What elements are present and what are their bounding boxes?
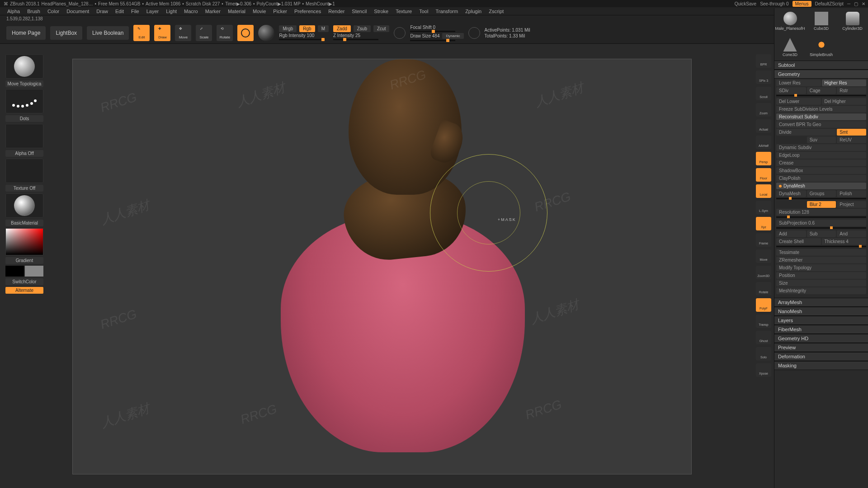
liveboolean-button[interactable]: Live Boolean <box>87 26 129 40</box>
z-intensity-label[interactable]: Z Intensity 25 <box>333 33 389 38</box>
rt-actual[interactable]: Actual <box>756 119 771 133</box>
dynamic-button[interactable]: Dynamic <box>442 33 463 39</box>
menu-alpha[interactable]: Alpha <box>7 9 20 14</box>
rt-polyf[interactable]: PolyF <box>756 298 771 312</box>
nanomesh-header[interactable]: NanoMesh <box>774 307 868 316</box>
gradient-label[interactable]: Gradient <box>5 257 43 264</box>
z-intensity-slider[interactable] <box>333 39 378 40</box>
m-button[interactable]: M <box>318 25 329 32</box>
rstr-button[interactable]: Rstr <box>837 87 866 94</box>
arraymesh-header[interactable]: ArrayMesh <box>774 298 868 307</box>
sdiv-slider[interactable]: SDiv <box>776 87 806 94</box>
tessimate-row[interactable]: Tessimate <box>776 249 866 256</box>
stroke-swatch[interactable] <box>5 89 43 113</box>
claypolish-row[interactable]: ClayPolish <box>776 175 866 182</box>
cage-button[interactable]: Cage <box>807 87 836 94</box>
sdiv-bar[interactable] <box>776 95 866 96</box>
rt-scroll[interactable]: Scroll <box>756 87 771 100</box>
brush-label[interactable]: Move Topologica <box>5 80 43 87</box>
edit-button[interactable]: ✎Edit <box>133 25 150 41</box>
switchcolor-button[interactable]: SwitchColor <box>5 278 43 285</box>
project-button[interactable]: Project <box>837 201 866 208</box>
and-button[interactable]: And <box>837 230 866 237</box>
stroke-label[interactable]: Dots <box>5 115 43 122</box>
menu-zscript[interactable]: Zscript <box>489 9 504 14</box>
size-row[interactable]: Size <box>776 280 866 286</box>
rt-zoom[interactable]: Zoom <box>756 103 771 117</box>
fibermesh-header[interactable]: FiberMesh <box>774 325 868 334</box>
rt-persp[interactable]: Persp <box>756 152 771 165</box>
rt-move[interactable]: Move <box>756 249 771 263</box>
rt-l-sym[interactable]: L.Sym <box>756 201 771 214</box>
texture-swatch[interactable] <box>5 159 43 183</box>
edgeloop-row[interactable]: EdgeLoop <box>776 152 866 159</box>
add-button[interactable]: Add <box>776 230 806 237</box>
menu-zplugin[interactable]: Zplugin <box>465 9 481 14</box>
maximize-icon[interactable]: ▢ <box>854 1 858 6</box>
menu-light[interactable]: Light <box>166 9 177 14</box>
menu-brush[interactable]: Brush <box>27 9 40 14</box>
polish-button[interactable]: Polish <box>837 190 866 197</box>
higherres-button[interactable]: Higher Res <box>822 80 867 86</box>
focal-shift-slider[interactable] <box>410 31 455 32</box>
rotate-button[interactable]: ⟲Rotate <box>217 25 233 41</box>
menu-transform[interactable]: Transform <box>435 9 458 14</box>
masking-header[interactable]: Masking <box>774 361 868 370</box>
blur-button[interactable]: Blur 2 <box>807 201 836 208</box>
seethrough-slider[interactable]: See-through 0 <box>760 1 788 6</box>
modifytopo-row[interactable]: Modify Topology <box>776 264 866 271</box>
qtool-simplebrush[interactable]: SimpleBrush <box>806 34 837 61</box>
scale-button[interactable]: ⤢Scale <box>196 25 212 41</box>
viewport[interactable]: +MASK RRCG 人人素材 RRCG 人人素材 人人素材 RRCG RRCG… <box>72 59 692 474</box>
menus-button[interactable]: Menus <box>793 1 811 7</box>
alpha-label[interactable]: Alpha Off <box>5 150 43 157</box>
menu-edit[interactable]: Edit <box>115 9 124 14</box>
thickness-slider[interactable]: Thickness 4 <box>822 238 867 245</box>
qtool-male_planesofh[interactable]: Male_PlanesofH <box>774 8 806 34</box>
reuv-button[interactable]: ReUV <box>837 136 866 143</box>
move-button[interactable]: ✥Move <box>175 25 191 41</box>
dynamicsubdiv-row[interactable]: Dynamic Subdiv <box>776 144 866 151</box>
quicksave-button[interactable]: QuickSave <box>735 1 756 6</box>
lowerres-button[interactable]: Lower Res <box>776 80 821 86</box>
drawsize-slider[interactable] <box>410 40 455 41</box>
groups-button[interactable]: Groups <box>807 190 836 197</box>
menu-layer[interactable]: Layer <box>146 9 159 14</box>
brush-swatch[interactable] <box>5 54 43 79</box>
qtool-cylinder3d[interactable]: Cylinder3D <box>837 8 868 34</box>
material-label[interactable]: BasicMaterial <box>5 220 43 226</box>
zcut-button[interactable]: Zcut <box>373 25 389 32</box>
subprojection-slider[interactable]: SubProjection 0.6 <box>776 220 866 226</box>
smt-button[interactable]: Smt <box>837 129 866 136</box>
menu-movie[interactable]: Movie <box>253 9 266 14</box>
qtool-cone3d[interactable]: Cone3D <box>774 34 806 61</box>
sculptris-button[interactable] <box>258 25 274 41</box>
rt-xyz[interactable]: Xyz <box>756 217 771 230</box>
menu-color[interactable]: Color <box>47 9 59 14</box>
menu-document[interactable]: Document <box>66 9 89 14</box>
preview-header[interactable]: Preview <box>774 343 868 352</box>
rgb-button[interactable]: Rgb <box>299 25 315 32</box>
menu-material[interactable]: Material <box>228 9 245 14</box>
drawsize-label[interactable]: Draw Size 484 <box>410 33 439 38</box>
alternate-button[interactable]: Alternate <box>5 287 43 294</box>
suv-button[interactable]: Suv <box>807 136 836 143</box>
delhigher-button[interactable]: Del Higher <box>822 98 867 105</box>
subtool-header[interactable]: Subtool <box>774 61 868 70</box>
color-primary[interactable] <box>25 266 43 277</box>
sub-button[interactable]: Sub <box>807 230 836 237</box>
menu-stroke[interactable]: Stroke <box>374 9 388 14</box>
rt-transp[interactable]: Transp <box>756 314 771 328</box>
rgb-intensity-label[interactable]: Rgb Intensity 100 <box>279 33 329 38</box>
lightbox-button[interactable]: LightBox <box>50 26 82 40</box>
zsub-button[interactable]: Zsub <box>354 25 371 32</box>
draw-button[interactable]: ✚Draw <box>154 25 170 41</box>
geometry-header[interactable]: Geometry <box>774 70 868 79</box>
color-secondary[interactable] <box>5 266 24 277</box>
rt-ghost[interactable]: Ghost <box>756 331 771 344</box>
geometryhd-header[interactable]: Geometry HD <box>774 334 868 343</box>
rt-floor[interactable]: Floor <box>756 168 771 182</box>
menu-marker[interactable]: Marker <box>205 9 221 14</box>
layers-header[interactable]: Layers <box>774 316 868 325</box>
homepage-button[interactable]: Home Page <box>6 26 46 40</box>
